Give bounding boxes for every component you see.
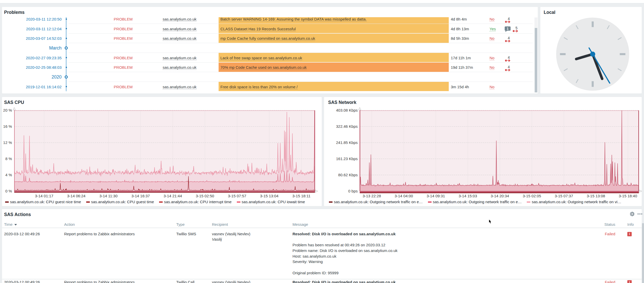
svg-text:3-15 02:05: 3-15 02:05	[523, 194, 541, 198]
svg-text:403.08 Kbps: 403.08 Kbps	[336, 108, 358, 112]
svg-text:16 %: 16 %	[3, 124, 12, 129]
svg-text:3-14 21:44: 3-14 21:44	[164, 194, 182, 198]
svg-text:3-15 13:04: 3-15 13:04	[260, 194, 279, 198]
svg-text:3-14 04:00: 3-14 04:00	[395, 194, 413, 198]
svg-text:3-15 07:37: 3-15 07:37	[555, 194, 573, 198]
svg-text:161.23 Kbps: 161.23 Kbps	[336, 157, 358, 161]
svg-text:3-14 16:37: 3-14 16:37	[131, 194, 150, 198]
svg-text:12 %: 12 %	[3, 140, 12, 145]
svg-text:8 %: 8 %	[5, 157, 12, 161]
svg-text:20 %: 20 %	[3, 108, 12, 112]
svg-text:3-14 09:31: 3-14 09:31	[427, 194, 445, 198]
svg-text:0 %: 0 %	[5, 189, 12, 193]
svg-text:80.62 Kbps: 80.62 Kbps	[338, 173, 358, 177]
svg-text:3-14 20:34: 3-14 20:34	[491, 194, 509, 198]
svg-text:3-13 22:28: 3-13 22:28	[363, 194, 381, 198]
svg-text:3-14 11:30: 3-14 11:30	[99, 194, 118, 198]
svg-text:3-14 01:17: 3-14 01:17	[35, 194, 53, 198]
svg-text:4 %: 4 %	[5, 173, 12, 177]
svg-text:322.46 Kbps: 322.46 Kbps	[336, 124, 358, 129]
svg-text:3-15 07:57: 3-15 07:57	[228, 194, 246, 198]
svg-text:241.85 Kbps: 241.85 Kbps	[336, 140, 358, 145]
svg-text:3-14 06:24: 3-14 06:24	[67, 194, 85, 198]
svg-text:3-15 02:50: 3-15 02:50	[196, 194, 214, 198]
svg-text:3-15 13:08: 3-15 13:08	[587, 194, 605, 198]
svg-text:3-14 15:03: 3-14 15:03	[459, 194, 477, 198]
svg-text:0 bps: 0 bps	[348, 189, 358, 193]
svg-text:3-15 18:40: 3-15 18:40	[619, 194, 637, 198]
svg-text:3-15 18:11: 3-15 18:11	[292, 194, 310, 198]
